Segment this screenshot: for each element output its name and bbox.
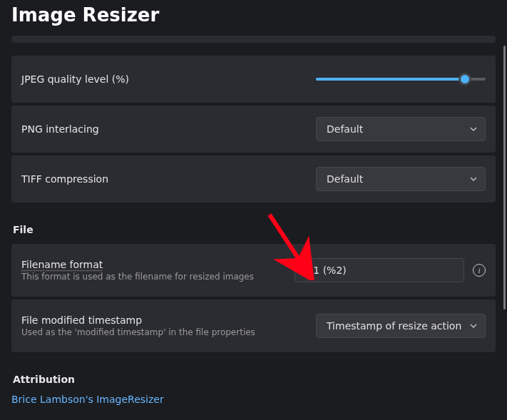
- filename-format-input[interactable]: [295, 258, 464, 282]
- filename-format-sublabel: This format is used as the filename for …: [21, 272, 295, 282]
- tiff-compression-select[interactable]: Default: [316, 167, 486, 191]
- modified-timestamp-sublabel: Used as the 'modified timestamp' in the …: [21, 327, 316, 337]
- vertical-scrollbar[interactable]: [503, 46, 506, 409]
- scrollbar-thumb[interactable]: [503, 46, 506, 309]
- tiff-compression-value: Default: [327, 173, 363, 185]
- modified-timestamp-label: File modified timestamp: [21, 314, 316, 326]
- setting-png-interlacing: PNG interlacing Default: [11, 106, 496, 153]
- modified-timestamp-select[interactable]: Timestamp of resize action: [316, 314, 486, 338]
- setting-jpeg-quality: JPEG quality level (%): [11, 56, 496, 103]
- section-heading-attribution: Attribution: [13, 374, 496, 385]
- slider-track: [316, 78, 486, 81]
- chevron-down-icon: [469, 175, 478, 183]
- jpeg-quality-slider[interactable]: [316, 72, 486, 86]
- png-interlacing-value: Default: [327, 123, 363, 135]
- tiff-compression-label: TIFF compression: [21, 173, 316, 185]
- jpeg-quality-label: JPEG quality level (%): [21, 73, 316, 85]
- info-icon[interactable]: i: [473, 264, 486, 277]
- filename-format-label: Filename format: [21, 259, 295, 270]
- attribution-link[interactable]: Brice Lambson's ImageResizer: [11, 394, 164, 405]
- png-interlacing-label: PNG interlacing: [21, 123, 316, 135]
- chevron-down-icon: [469, 322, 478, 330]
- setting-file-modified-timestamp: File modified timestamp Used as the 'mod…: [11, 299, 496, 352]
- slider-thumb[interactable]: [459, 73, 471, 86]
- png-interlacing-select[interactable]: Default: [316, 117, 486, 141]
- chevron-down-icon: [469, 125, 478, 133]
- settings-content: JPEG quality level (%) PNG interlacing D…: [0, 36, 507, 405]
- slider-fill: [316, 78, 465, 81]
- setting-filename-format: Filename format This format is used as t…: [11, 244, 496, 297]
- page-title: Image Resizer: [0, 0, 507, 36]
- section-header-strip: [11, 36, 496, 43]
- setting-tiff-compression: TIFF compression Default: [11, 155, 496, 203]
- modified-timestamp-value: Timestamp of resize action: [327, 320, 461, 332]
- section-heading-file: File: [13, 224, 496, 235]
